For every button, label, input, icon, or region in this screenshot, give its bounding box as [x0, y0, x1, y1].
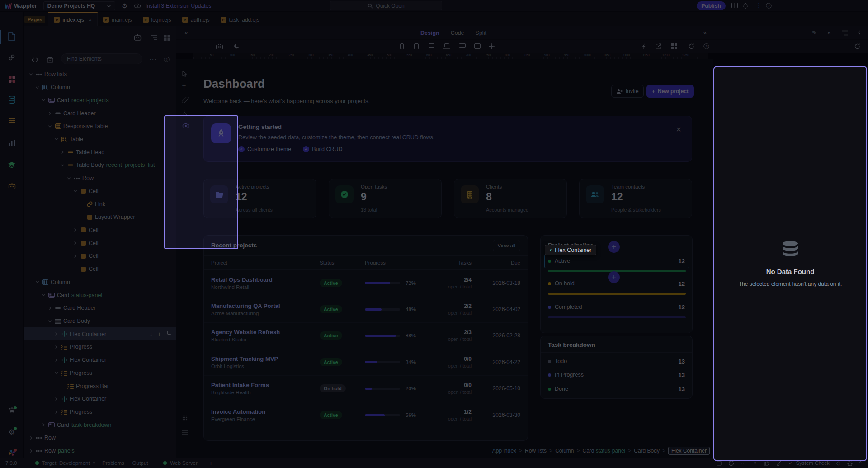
project-selector[interactable]: Demo Projects HQ	[43, 1, 115, 10]
tree-chevron-icon[interactable]	[52, 358, 60, 362]
table-row-manufacturing-qa-portal[interactable]: Manufacturing QA PortalAcme Manufacturin…	[204, 296, 528, 322]
layers-list-icon[interactable]	[182, 430, 188, 435]
layers-icon[interactable]	[0, 162, 24, 168]
more-options-icon[interactable]: ⋯	[149, 55, 156, 64]
server-panel-icon[interactable]	[0, 140, 24, 146]
tree-list-icon[interactable]	[842, 30, 848, 36]
add-target-icon[interactable]: +	[209, 460, 213, 467]
tree-chevron-icon[interactable]	[27, 436, 34, 440]
tree-chevron-icon[interactable]	[46, 319, 53, 323]
screenshot-camera-icon[interactable]	[216, 44, 223, 49]
tree-item-flex-container[interactable]: Flex Container	[24, 392, 176, 406]
tab-split[interactable]: Split	[470, 30, 492, 36]
dismiss-card-icon[interactable]: ✕	[676, 125, 682, 134]
build-crud-link[interactable]: ✓Build CRUD	[303, 146, 342, 152]
tree-item-card-recent-projects[interactable]: Cardrecent-projects	[24, 94, 176, 107]
tree-item-card-status-panel[interactable]: Cardstatus-panel	[24, 288, 176, 302]
code-icon[interactable]	[32, 57, 38, 62]
components-icon[interactable]	[0, 76, 24, 83]
tree-item-column[interactable]: Column	[24, 81, 176, 94]
ruler-tool-icon[interactable]	[182, 97, 189, 103]
table-row-agency-website-refresh[interactable]: Agency Website RefreshBluebird StudioAct…	[204, 323, 528, 349]
tree-item-responsive-table[interactable]: Responsive Table	[24, 120, 176, 133]
project-link[interactable]: Patient Intake Forms	[211, 382, 320, 388]
grid-view-icon[interactable]	[164, 35, 170, 41]
breadcrumb-card[interactable]: Card status-panel	[583, 448, 626, 454]
table-row-patient-intake-forms[interactable]: Patient Intake FormsBrightside HealthOn …	[204, 376, 528, 402]
tree-item-row-panels[interactable]: Rowpanels	[24, 444, 176, 458]
stat-card-clients[interactable]: Clients8Accounts managed	[454, 179, 567, 218]
device-laptop-icon[interactable]	[443, 43, 450, 49]
ai-robot-icon[interactable]	[0, 183, 24, 189]
browser-window-icon[interactable]	[474, 43, 481, 49]
tree-item-row[interactable]: Row	[24, 172, 176, 185]
refresh-icon[interactable]	[689, 43, 694, 49]
device-tablet-landscape-icon[interactable]	[429, 43, 434, 48]
text-tool-icon[interactable]: T	[182, 84, 186, 91]
tree-chevron-icon[interactable]	[71, 241, 79, 245]
target-selector[interactable]: Target: Development ▾	[35, 460, 95, 466]
kebab-menu-icon[interactable]: ⋮	[756, 2, 762, 9]
table-row-invoice-automation[interactable]: Invoice AutomationEvergreen FinanceActiv…	[204, 402, 528, 428]
edit-pencil-icon[interactable]: ✎	[812, 29, 817, 37]
tree-item-progress[interactable]: Progress	[24, 406, 176, 419]
tree-chevron-icon[interactable]	[71, 254, 79, 258]
tree-chevron-icon[interactable]	[59, 150, 66, 154]
gear-icon[interactable]: ⚙	[122, 2, 127, 9]
extension-updates-link[interactable]: Install 3 Extension Updates	[146, 3, 211, 9]
stop-square-icon[interactable]	[717, 461, 722, 466]
tree-item-progress-bar[interactable]: Progress Bar	[24, 379, 176, 392]
tree-chevron-icon[interactable]	[33, 280, 41, 284]
bolt-icon[interactable]	[857, 30, 861, 36]
tree-chevron-icon[interactable]	[52, 371, 60, 375]
toolbox-icon[interactable]	[47, 57, 53, 63]
breadcrumb-app-index[interactable]: App index	[492, 448, 516, 454]
element-context-tooltip[interactable]: ‹ Flex Container	[545, 245, 596, 255]
toolbar-help-icon[interactable]: ?	[703, 43, 709, 49]
dark-mode-moon-icon[interactable]	[234, 43, 240, 49]
ai-assistant-icon[interactable]	[133, 34, 142, 41]
breadcrumb-card-body[interactable]: Card Body	[634, 448, 660, 454]
view-all-button[interactable]: View all	[493, 240, 520, 251]
duplicate-icon[interactable]	[166, 331, 171, 337]
move-down-icon[interactable]: ↓	[150, 331, 153, 337]
pages-panel-icon[interactable]	[0, 32, 24, 41]
drag-handle-icon[interactable]	[182, 415, 188, 421]
workflows-icon[interactable]	[0, 118, 24, 123]
add-element-icon[interactable]: +	[157, 331, 161, 337]
tree-chevron-icon[interactable]	[46, 111, 53, 115]
select-tool-icon[interactable]	[182, 71, 187, 77]
tree-item-progress[interactable]: Progress	[24, 340, 176, 354]
tree-item-progress[interactable]: Progress	[24, 367, 176, 380]
project-link[interactable]: Manufacturing QA Portal	[211, 303, 320, 309]
tab-auth-ejs[interactable]: eauth.ejs	[177, 12, 215, 26]
tree-item-flex-container[interactable]: Flex Container↓+	[24, 327, 176, 340]
tree-item-cell[interactable]: Cell	[24, 236, 176, 250]
list-view-icon[interactable]	[151, 35, 157, 40]
web-server-status[interactable]: Web Server	[163, 460, 198, 466]
tree-item-card-body[interactable]: Card Body	[24, 315, 176, 328]
pages-dropdown[interactable]: Pages	[24, 16, 45, 23]
move-resize-icon[interactable]	[489, 43, 495, 49]
tree-item-card-header[interactable]: Card Header	[24, 107, 176, 120]
design-canvas[interactable]: T Dashboard Welcome back — here's what's…	[176, 59, 713, 458]
pets-extension-icon[interactable]	[0, 407, 24, 413]
actions-bolt-icon[interactable]	[642, 43, 646, 49]
problems-button[interactable]: Problems	[102, 460, 124, 466]
tree-item-table-body-recent-projects-list[interactable]: Table Bodyrecent_projects_list	[24, 159, 176, 172]
tree-item-row[interactable]: Row	[24, 431, 176, 444]
tree-chevron-icon[interactable]	[52, 397, 60, 401]
breadcrumb-row-lists[interactable]: Row lists	[525, 448, 547, 454]
tab-task-add-ejs[interactable]: etask_add.ejs	[215, 12, 265, 26]
close-tab-icon[interactable]: ×	[89, 17, 92, 23]
tab-index-ejs[interactable]: eindex.ejs×	[48, 12, 97, 26]
export-icon[interactable]	[656, 43, 661, 49]
tree-chevron-icon[interactable]	[33, 85, 41, 90]
device-phone-icon[interactable]	[400, 43, 404, 49]
tree-item-card-header[interactable]: Card Header	[24, 302, 176, 315]
tree-item-cell[interactable]: Cell	[24, 250, 176, 263]
tree-item-layout-wrapper[interactable]: Layout Wrapper	[24, 211, 176, 224]
tree-chevron-icon[interactable]	[27, 449, 34, 453]
insert-before-button[interactable]: +	[608, 241, 620, 253]
tab-design[interactable]: Design	[415, 30, 445, 36]
